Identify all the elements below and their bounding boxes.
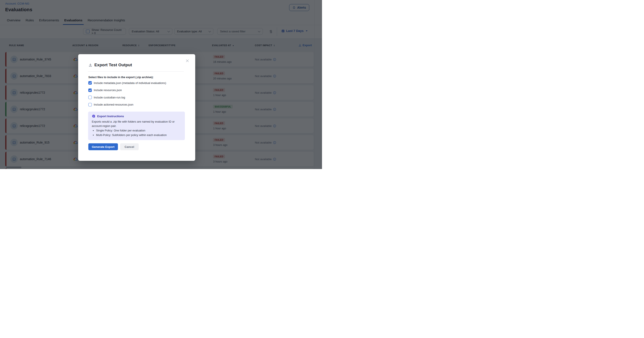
- instruction-bullet: Single Policy: One folder per evaluation: [96, 128, 181, 133]
- divider: [88, 71, 184, 72]
- export-test-output-modal: Export Test Output Select files to inclu…: [78, 54, 195, 161]
- cancel-button[interactable]: Cancel: [120, 143, 139, 150]
- export-instructions-box: Export Instructions Exports would a .zip…: [88, 112, 185, 140]
- instruction-bullet: Multi-Policy: Subfolders per policy with…: [96, 133, 181, 137]
- evaluations-page: Account: CCM-NG Evaluations Alerts Overv…: [0, 0, 322, 169]
- info-bubble-icon: [92, 114, 96, 118]
- close-icon[interactable]: [186, 58, 190, 63]
- checkbox-icon[interactable]: [88, 81, 92, 85]
- checkbox-include-metadata[interactable]: Include metadata.json (metadata of indiv…: [88, 81, 166, 85]
- select-files-label: Select files to include in the export (.…: [88, 75, 154, 79]
- checkbox-icon[interactable]: [88, 88, 92, 92]
- checkbox-include-custodian-run-log[interactable]: Include custodian-run.log: [88, 96, 125, 99]
- export-instructions-title: Export Instructions: [97, 115, 124, 118]
- checkbox-label: Include actioned-resources.json: [94, 103, 134, 106]
- modal-title: Export Test Output: [94, 63, 132, 67]
- checkbox-label: Include metadata.json (metadata of indiv…: [94, 81, 166, 85]
- checkbox-include-resources[interactable]: Include resources.json: [88, 88, 122, 92]
- checkbox-icon[interactable]: [88, 103, 92, 106]
- export-instructions-bullets: Single Policy: One folder per evaluation…: [96, 128, 181, 137]
- download-icon: [88, 63, 92, 67]
- generate-export-button[interactable]: Generate Export: [88, 143, 118, 150]
- checkbox-label: Include custodian-run.log: [94, 96, 125, 99]
- export-instructions-body: Exports would a .zip file with folders a…: [92, 120, 175, 128]
- checkbox-include-actioned-resources[interactable]: Include actioned-resources.json: [88, 103, 134, 106]
- checkbox-label: Include resources.json: [94, 88, 122, 92]
- checkbox-icon[interactable]: [88, 96, 92, 99]
